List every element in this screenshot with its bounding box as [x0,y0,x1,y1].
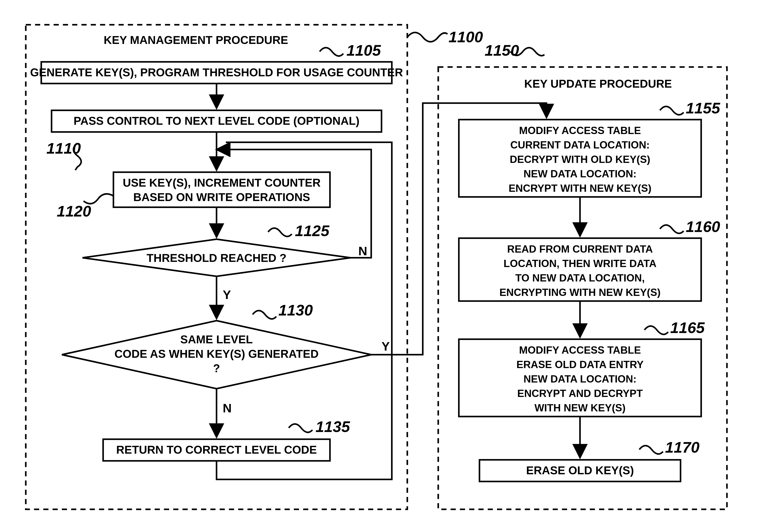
box-1120-text-a: USE KEY(S), INCREMENT COUNTER [123,176,321,189]
box-1165-b: ERASE OLD DATA ENTRY [516,359,644,370]
box-1105-text: GENERATE KEY(S), PROGRAM THRESHOLD FOR U… [30,66,403,79]
box-1160-a: READ FROM CURRENT DATA [507,243,653,255]
box-1170-text: ERASE OLD KEY(S) [526,464,634,477]
flowchart: KEY MANAGEMENT PROCEDURE 1100 KEY UPDATE… [0,0,762,532]
decision-1125-text: THRESHOLD REACHED ? [147,252,286,265]
ref-1120: 1120 [57,202,91,220]
y-1125: Y [223,288,231,302]
ref-squiggle-1155 [660,107,684,114]
box-1155-c: DECRYPT WITH OLD KEY(S) [510,154,650,165]
box-1165-c: NEW DATA LOCATION: [523,373,637,385]
key-management-title: KEY MANAGEMENT PROCEDURE [104,34,288,46]
ref-squiggle-1105 [320,48,343,56]
ref-1105: 1105 [346,42,381,59]
ref-squiggle-1170 [639,446,663,454]
box-1155-e: ENCRYPT WITH NEW KEY(S) [508,183,651,194]
ref-squiggle-1120 [84,194,114,203]
n-1125: N [358,244,367,258]
n-1130: N [223,401,232,415]
box-1155-b: CURRENT DATA LOCATION: [510,139,650,151]
decision-1130-b: CODE AS WHEN KEY(S) GENERATED [114,347,319,360]
ref-1165: 1165 [670,319,705,336]
ref-1160: 1160 [686,218,720,235]
box-1165-e: WITH NEW KEY(S) [535,402,626,414]
ref-1135: 1135 [316,418,350,435]
box-1160-b: LOCATION, THEN WRITE DATA [503,258,656,269]
ref-1125: 1125 [295,222,330,239]
box-1155-a: MODIFY ACCESS TABLE [519,125,641,136]
ref-squiggle-1100 [407,33,447,42]
ref-1130: 1130 [278,301,313,319]
ref-1150: 1150 [485,42,519,59]
ref-1100: 1100 [449,28,483,45]
ref-squiggle-1130 [253,311,276,319]
box-1160-d: ENCRYPTING WITH NEW KEY(S) [499,287,660,298]
box-1165-d: ENCRYPT AND DECRYPT [517,388,643,399]
box-1165-a: MODIFY ACCESS TABLE [519,344,641,356]
ref-squiggle-1160 [660,225,684,233]
decision-1130-a: SAME LEVEL [180,333,253,346]
decision-1130-c: ? [213,362,220,375]
box-1160-c: TO NEW DATA LOCATION, [515,272,645,284]
ref-1155: 1155 [686,99,720,117]
ref-1110: 1110 [46,140,81,157]
y-1130: Y [382,340,390,353]
box-1135-text: RETURN TO CORRECT LEVEL CODE [116,443,317,456]
box-1120-text-b: BASED ON WRITE OPERATIONS [133,191,310,203]
ref-1170: 1170 [665,439,700,456]
ref-squiggle-1135 [289,424,312,432]
ref-squiggle-1125 [268,228,292,236]
box-1155-d: NEW DATA LOCATION: [523,168,637,180]
key-update-title: KEY UPDATE PROCEDURE [524,77,672,90]
box-1110-text: PASS CONTROL TO NEXT LEVEL CODE (OPTIONA… [74,114,359,127]
ref-squiggle-1165 [645,326,668,334]
